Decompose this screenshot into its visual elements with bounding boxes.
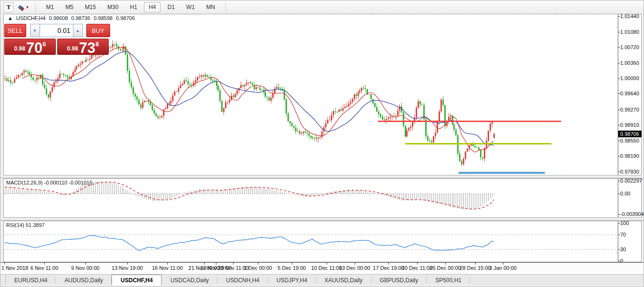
timeframe-button-group: M1M5M15M30H1H4D1W1MN <box>41 2 221 12</box>
axis-tick-mark <box>618 249 620 250</box>
axis-tick-mark <box>618 181 620 181</box>
timeframe-button-m15[interactable]: M15 <box>80 2 101 12</box>
axis-tick-mark <box>618 16 620 17</box>
sell-price-point: 6 <box>42 41 46 48</box>
time-axis-tick <box>85 263 86 265</box>
axis-tick-mark <box>618 47 620 48</box>
timeframe-button-mn[interactable]: MN <box>202 2 220 12</box>
chart-tab-eurusd[interactable]: EURUSD,H4 <box>6 275 56 286</box>
axis-tick-mark <box>618 235 620 235</box>
timeframe-button-m5[interactable]: M5 <box>61 2 78 12</box>
macd-chart-canvas[interactable] <box>4 179 618 217</box>
price-axis-label: 0.99640 <box>620 91 639 96</box>
chart-tab-usdchf[interactable]: USDCHF,H4 <box>112 275 162 286</box>
symbol-marker-icon: ▲ <box>8 15 13 21</box>
axis-tick-mark <box>618 78 620 79</box>
time-axis-label: 3 Jan 00:00 <box>489 265 517 271</box>
text-tool-button[interactable]: T <box>3 2 14 12</box>
axis-tick-mark <box>618 93 620 94</box>
price-axis-label: 0.97830 <box>620 169 639 174</box>
time-axis-label: 28 Dec 15:00 <box>460 265 491 271</box>
lot-increase-button[interactable]: ▴ <box>73 24 83 37</box>
buy-price-pips: 73 <box>79 41 95 54</box>
chart-ohlc-header: ▲ USDCHF,H4 0.98608 0.98736 0.98598 0.98… <box>8 15 137 21</box>
timeframe-button-w1[interactable]: W1 <box>182 2 200 12</box>
macd-pane: MACD(12,26,9) -0.000110 -0.001015 0.0022… <box>3 178 642 218</box>
sell-price-quote[interactable]: 0.98 70 6 <box>4 39 56 55</box>
time-axis-label: 16 Nov 11:00 <box>152 265 183 271</box>
macd-axis-label: 0.002297 <box>620 178 642 184</box>
time-axis-tick <box>4 263 5 265</box>
chart-tab-usdcad[interactable]: USDCAD,Daily <box>162 275 217 286</box>
time-axis-label: 9 Nov 00:00 <box>71 265 99 271</box>
time-axis-tick <box>44 263 45 265</box>
current-price-tag: 0.98706 <box>618 131 642 137</box>
ohlc-close: 0.98706 <box>116 15 135 21</box>
time-axis-tick <box>204 263 204 265</box>
timeframe-button-m30[interactable]: M30 <box>102 2 123 12</box>
chevron-down-icon[interactable]: ▾ <box>26 5 29 10</box>
price-axis-label: 1.00360 <box>620 60 639 66</box>
axis-tick-mark <box>618 141 620 141</box>
rsi-axis-label: 70 <box>620 232 626 237</box>
axis-tick-mark <box>618 110 620 110</box>
time-axis-tick <box>258 263 258 265</box>
toolbar-grip <box>34 2 37 12</box>
chart-tab-usdcnh[interactable]: USDCNH,H4 <box>217 275 268 286</box>
sell-button[interactable]: SELL <box>4 24 26 37</box>
axis-tick-mark <box>618 261 620 261</box>
sell-price-base: 0.98 <box>14 45 25 52</box>
time-axis-label: 13 Nov 19:00 <box>112 265 143 271</box>
chart-tab-bar: EURUSD,H4AUDUSD,DailyUSDCHF,H4USDCAD,Dai… <box>0 274 644 286</box>
timeframe-button-h1[interactable]: H1 <box>125 2 142 12</box>
price-axis-label: 0.98550 <box>620 138 639 144</box>
lot-stepper: ▾ ▴ <box>30 24 83 37</box>
rsi-axis: 10070300 <box>618 221 641 262</box>
top-toolbar: T ▾ M1M5M15M30H1H4D1W1MN <box>0 0 644 14</box>
terminal-window: T ▾ M1M5M15M30H1H4D1W1MN ▲ USDCHF,H4 0.9… <box>0 0 644 287</box>
axis-tick-mark <box>618 214 620 215</box>
price-axis: 1.014401.010801.007201.003601.000000.996… <box>618 14 641 175</box>
ohlc-high: 0.98736 <box>72 15 91 21</box>
chart-tab-gbpusd[interactable]: GBPUSD,Daily <box>371 275 427 286</box>
axis-tick-mark <box>618 125 620 125</box>
time-axis-label: 13 Dec 00:00 <box>339 265 370 271</box>
ohlc-low: 0.98598 <box>93 15 112 21</box>
time-axis-tick <box>475 263 476 265</box>
price-axis-label: 1.01080 <box>620 29 639 35</box>
time-axis-tick <box>127 263 128 265</box>
lot-decrease-button[interactable]: ▾ <box>30 24 40 37</box>
time-axis-label: 17 Dec 19:00 <box>373 265 404 271</box>
chart-tab-audusd[interactable]: AUDUSD,Daily <box>56 275 112 286</box>
chart-tab-usdjpy[interactable]: USDJPY,H4 <box>268 275 316 286</box>
price-axis-label: 1.01440 <box>620 13 639 19</box>
time-axis-tick <box>355 263 355 265</box>
chart-tab-sp500[interactable]: SP500,H1 <box>427 275 470 286</box>
timeframe-button-h4[interactable]: H4 <box>144 2 161 12</box>
axis-tick-mark <box>618 172 620 172</box>
price-pane: ▲ USDCHF,H4 0.98608 0.98736 0.98598 0.98… <box>3 14 642 175</box>
time-axis-tick <box>417 263 418 265</box>
rsi-label: RSI(14) 51.3897 <box>6 222 45 228</box>
buy-price-quote[interactable]: 0.98 73 8 <box>57 39 109 55</box>
rsi-axis-label: 100 <box>620 220 629 226</box>
time-axis-label: 20 Dec 11:00 <box>402 265 433 271</box>
axis-tick-mark <box>618 156 620 156</box>
timeframe-button-m1[interactable]: M1 <box>41 2 59 12</box>
rsi-axis-label: 30 <box>620 246 626 252</box>
one-click-trade-panel: SELL ▾ ▴ BUY 0.98 70 6 <box>4 24 110 55</box>
time-axis-tick <box>216 263 216 265</box>
time-axis-label: 25 Dec 00:00 <box>429 265 460 271</box>
timeframe-button-d1[interactable]: D1 <box>163 2 179 12</box>
rsi-chart-canvas[interactable] <box>4 221 618 262</box>
time-axis-label: 5 Dec 19:00 <box>277 265 306 271</box>
objects-tool-button[interactable]: ▾ <box>19 4 29 10</box>
macd-axis-label: -0.003904 <box>620 211 644 217</box>
lot-size-input[interactable] <box>40 24 73 37</box>
chart-tab-xauusd[interactable]: XAUUSD,Daily <box>316 275 371 286</box>
buy-button[interactable]: BUY <box>86 24 110 37</box>
sell-price-pips: 70 <box>26 41 42 54</box>
buy-price-point: 8 <box>95 41 99 48</box>
macd-axis: 0.0022970.00-0.003904 <box>618 179 641 217</box>
chart-workspace: ▲ USDCHF,H4 0.98608 0.98736 0.98598 0.98… <box>0 14 644 274</box>
